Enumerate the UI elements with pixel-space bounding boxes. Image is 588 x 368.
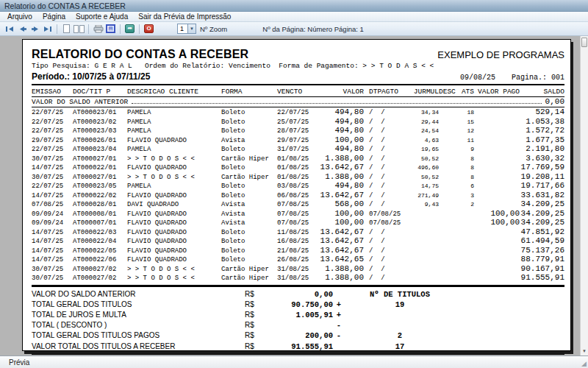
cell-forma: Avista bbox=[221, 210, 277, 219]
cell-saldo: 88.779,91 bbox=[520, 255, 564, 264]
summary-count: 17 bbox=[345, 342, 455, 352]
cell-jurmul: 50,52 bbox=[405, 155, 439, 163]
first-page-button[interactable] bbox=[4, 24, 16, 35]
cell-valor: 494,80 bbox=[318, 118, 364, 127]
cell-dtpagto: 07/08/25 bbox=[364, 210, 405, 219]
cell-valor: 1.388,00 bbox=[318, 265, 364, 274]
title-bar: Relatorio do CONTAS A RECEBER bbox=[0, 0, 588, 12]
cell-forma: Boleto bbox=[221, 164, 277, 173]
cell-forma: Avista bbox=[221, 137, 277, 146]
vertical-scrollbar[interactable]: ▼ bbox=[580, 36, 588, 355]
cell-saldo: 34.209,25 bbox=[520, 210, 564, 219]
cell-vencto: 25/07/25 bbox=[277, 118, 318, 127]
cell-emissao: 14/07/25 bbox=[32, 229, 73, 238]
menu-pagina[interactable]: Página bbox=[38, 13, 70, 21]
cell-doc: AT000022/02 bbox=[73, 192, 127, 201]
summary-sign: - bbox=[333, 320, 345, 330]
cell-vencto: 26/08/25 bbox=[277, 256, 318, 265]
summary-sign: + bbox=[333, 300, 345, 310]
cell-emissao: 14/07/25 bbox=[32, 192, 73, 201]
exit-preview-button[interactable]: O bbox=[143, 24, 155, 35]
cell-doc: AT000027/01 bbox=[73, 174, 127, 183]
cell-valor: 13.642,65 bbox=[318, 255, 364, 264]
last-page-button[interactable] bbox=[41, 24, 54, 35]
cell-forma: Boleto bbox=[221, 256, 277, 265]
next-page-button[interactable] bbox=[29, 24, 41, 35]
cell-valor-pago: 100,00 bbox=[474, 219, 520, 227]
cell-dtpagto: / / bbox=[364, 127, 405, 136]
cell-dtpagto: / / bbox=[364, 247, 405, 256]
summary-sign: - bbox=[333, 330, 345, 341]
company-name: EXEMPLO DE PROGRAMAS bbox=[437, 48, 564, 60]
cell-jurmul: 271,49 bbox=[405, 191, 439, 200]
cell-saldo: 47.851,92 bbox=[520, 228, 564, 237]
cell-cliente: PAMELA bbox=[127, 146, 221, 155]
summary-value: 200,00 bbox=[270, 330, 333, 341]
cell-saldo: 19.208,11 bbox=[520, 173, 564, 182]
scrollbar-thumb[interactable] bbox=[581, 38, 587, 47]
printer-setup-button[interactable]: ▤ bbox=[104, 24, 117, 35]
report-period: Período.: 10/07/25 à 07/11/25 bbox=[32, 71, 150, 82]
previous-page-button[interactable] bbox=[16, 24, 29, 35]
cell-valor: 568,00 bbox=[318, 200, 364, 209]
summary-currency: R$ bbox=[245, 342, 270, 352]
cell-forma: Cartão Hiper bbox=[221, 266, 277, 275]
resize-grip[interactable]: ◢ bbox=[581, 360, 587, 367]
cell-cliente: FLAVIO QUADRADO bbox=[127, 137, 221, 146]
cell-dtpagto: / / bbox=[364, 266, 405, 275]
table-row: 30/07/25 AT000027/01 > > T O D O S < < C… bbox=[32, 155, 564, 164]
app-window: Relatorio do CONTAS A RECEBER Arquivo Pá… bbox=[0, 0, 588, 368]
cell-forma: Boleto bbox=[221, 118, 277, 127]
cell-valor: 1.388,00 bbox=[318, 173, 364, 182]
print-preview-area: RELATORIO DO CONTAS A RECEBER EXEMPLO DE… bbox=[0, 36, 588, 355]
export-button[interactable]: ➦ bbox=[123, 24, 136, 35]
two-page-view-button[interactable] bbox=[73, 24, 85, 35]
summary-row: TOTAL DE JUROS E MULTA R$ 1.005,91 + bbox=[32, 310, 564, 320]
exit-icon: O bbox=[144, 24, 154, 33]
cell-cliente: > > T O D O S < < bbox=[127, 266, 221, 275]
menu-sair-da-previa[interactable]: Sair da Prévia de Impressão bbox=[134, 13, 235, 21]
cell-emissao: 14/07/25 bbox=[32, 238, 73, 247]
cell-saldo: 91.555,91 bbox=[520, 274, 564, 283]
print-button[interactable] bbox=[92, 24, 104, 35]
cell-vencto: 16/08/25 bbox=[277, 238, 318, 247]
menu-arquivo[interactable]: Arquivo bbox=[3, 13, 37, 21]
cell-jurmul: 34,34 bbox=[405, 108, 439, 117]
report-date-page: 09/08/25Pagina.: 001 bbox=[460, 74, 564, 82]
zoom-select[interactable]: 1 ▼ bbox=[177, 24, 196, 34]
cell-vencto: 11/08/25 bbox=[277, 229, 318, 238]
cell-cliente: FLAVIO QUADRADO bbox=[127, 164, 221, 173]
cell-cliente: FLAVIO QUADRADO bbox=[127, 229, 221, 238]
cell-emissao: 30/07/25 bbox=[32, 266, 73, 275]
summary-row: TOTAL ( DESCONTO ) R$ - bbox=[32, 320, 564, 330]
export-icon: ➦ bbox=[125, 24, 135, 33]
cell-forma: Avista bbox=[221, 219, 277, 228]
cell-forma: Cartão Hiper bbox=[221, 275, 277, 283]
col-forma: FORMA bbox=[221, 87, 277, 96]
cell-cliente: FLAVIO QUADRADO bbox=[127, 192, 221, 201]
single-page-view-button[interactable] bbox=[60, 24, 73, 35]
table-row: 22/07/25 AT000023/02 PAMELA Boleto 25/07… bbox=[32, 118, 564, 127]
table-row: 22/07/25 AT000023/05 PAMELA Boleto 03/08… bbox=[32, 182, 564, 191]
cell-saldo: 1.053,38 bbox=[520, 118, 564, 127]
cell-saldo: 34.209,25 bbox=[520, 200, 564, 209]
scrollbar-down-arrow[interactable]: ▼ bbox=[581, 347, 588, 355]
cell-valor: 1.388,00 bbox=[318, 155, 364, 163]
cell-ats: 8 bbox=[453, 173, 474, 182]
summary-row: VALOR DO SALDO ANTERIOR R$ 0,00 Nº DE TI… bbox=[32, 289, 564, 300]
table-row: 30/07/25 AT000027/02 > > T O D O S < < C… bbox=[32, 274, 564, 283]
next-page-icon bbox=[31, 26, 40, 32]
summary-currency: R$ bbox=[245, 320, 270, 330]
col-valor-pago: VALOR PAGO bbox=[474, 87, 520, 96]
cell-dtpagto: / / bbox=[364, 164, 405, 173]
opening-balance-value: 0,00 bbox=[545, 97, 564, 107]
cell-doc: AT000022/01 bbox=[73, 164, 127, 173]
menu-suporte-e-ajuda[interactable]: Suporte e Ajuda bbox=[71, 13, 132, 21]
cell-cliente: PAMELA bbox=[127, 109, 221, 118]
cell-doc: AT000023/02 bbox=[73, 118, 127, 127]
opening-balance-label: VALOR DO SALDO ANTERIOR bbox=[32, 97, 128, 107]
cell-forma: Boleto bbox=[221, 109, 277, 118]
cell-valor: 13.642,67 bbox=[318, 191, 364, 200]
last-page-icon bbox=[43, 26, 52, 32]
chevron-down-icon[interactable]: ▼ bbox=[187, 24, 196, 33]
